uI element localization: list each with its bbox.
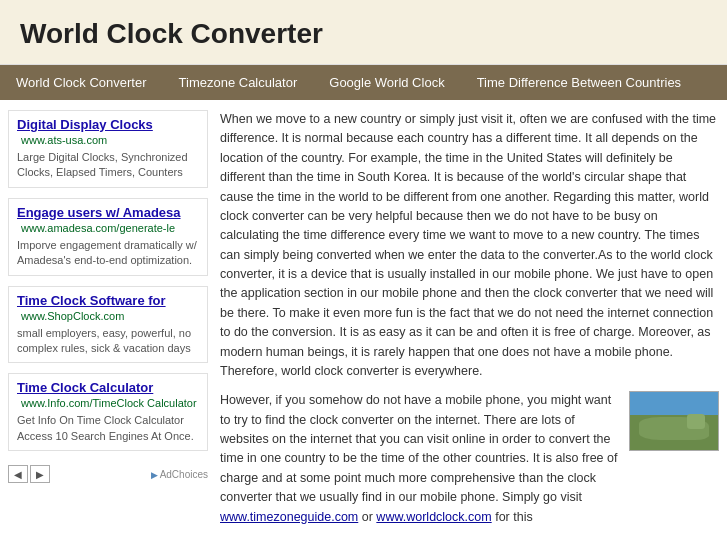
ad-1-url: www.ats-usa.com (21, 134, 107, 146)
ad-2: Engage users w/ Amadesa www.amadesa.com/… (8, 198, 208, 276)
page-title: World Clock Converter (20, 18, 707, 50)
ad-prev-button[interactable]: ◀ (8, 465, 28, 483)
ad-footer: ◀ ▶ ▶AdChoices (8, 461, 208, 483)
ad-3-desc: small employers, easy, powerful, no comp… (17, 326, 199, 357)
ad-2-title[interactable]: Engage users w/ Amadesa (17, 205, 181, 220)
ad-2-url: www.amadesa.com/generate-le (21, 222, 175, 234)
ad-nav-arrows: ◀ ▶ (8, 465, 50, 483)
ad-choices-label[interactable]: ▶AdChoices (151, 469, 208, 480)
ad-choices-icon: ▶ (151, 470, 158, 480)
nav-world-clock-converter[interactable]: World Clock Converter (0, 65, 163, 100)
main-content: Digital Display Clocks www.ats-usa.com L… (0, 100, 727, 545)
ad-3-title[interactable]: Time Clock Software for (17, 293, 166, 308)
content-column: When we move to a new country or simply … (220, 110, 719, 537)
ad-3: Time Clock Software for www.ShopClock.co… (8, 286, 208, 364)
ad-4-url: www.Info.com/TimeClock Calculator (21, 397, 197, 409)
ad-next-button[interactable]: ▶ (30, 465, 50, 483)
ad-1: Digital Display Clocks www.ats-usa.com L… (8, 110, 208, 188)
ad-4-title[interactable]: Time Clock Calculator (17, 380, 153, 395)
ads-column: Digital Display Clocks www.ats-usa.com L… (8, 110, 208, 537)
ad-1-desc: Large Digital Clocks, Synchronized Clock… (17, 150, 199, 181)
ad-1-title[interactable]: Digital Display Clocks (17, 117, 153, 132)
ad-2-desc: Imporve engagement dramatically w/ Amade… (17, 238, 199, 269)
main-nav: World Clock Converter Timezone Calculato… (0, 65, 727, 100)
world-map-thumbnail (629, 391, 719, 451)
page-header: World Clock Converter (0, 0, 727, 65)
content-para2-block: However, if you somehow do not have a mo… (220, 391, 719, 537)
ad-4: Time Clock Calculator www.Info.com/TimeC… (8, 373, 208, 451)
worldclock-link[interactable]: www.worldclock.com (376, 510, 491, 524)
ad-3-url: www.ShopClock.com (21, 310, 124, 322)
nav-timezone-calculator[interactable]: Timezone Calculator (163, 65, 314, 100)
timezoneguide-link[interactable]: www.timezoneguide.com (220, 510, 358, 524)
nav-google-world-clock[interactable]: Google World Clock (313, 65, 460, 100)
content-para1: When we move to a new country or simply … (220, 110, 719, 381)
nav-time-difference[interactable]: Time Difference Between Countries (461, 65, 697, 100)
content-para2-text: However, if you somehow do not have a mo… (220, 391, 619, 527)
ad-4-desc: Get Info On Time Clock Calculator Access… (17, 413, 199, 444)
